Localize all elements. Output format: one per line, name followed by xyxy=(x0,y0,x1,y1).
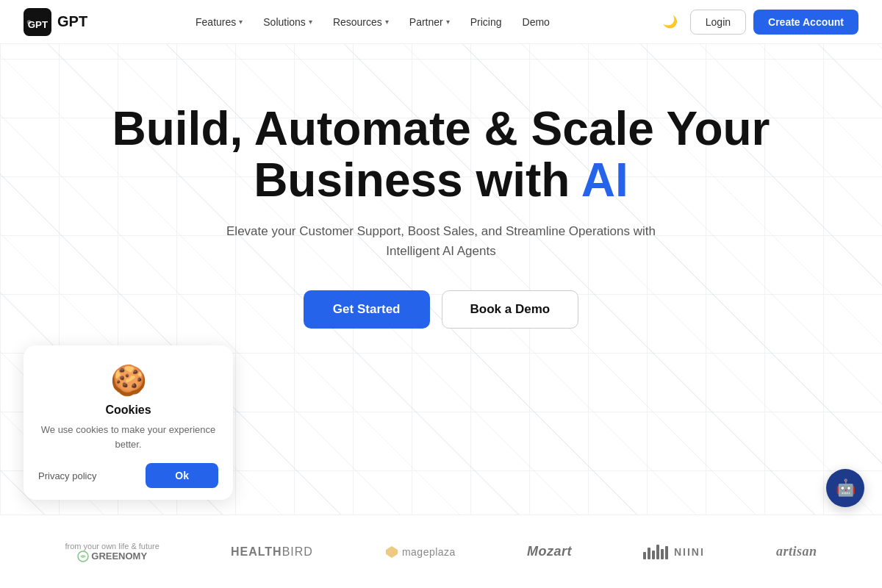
greenomy-icon xyxy=(77,551,89,562)
mageplaza-icon xyxy=(384,545,399,559)
nav-item-pricing[interactable]: Pricing xyxy=(462,10,511,34)
nav-link-resources[interactable]: Resources ▾ xyxy=(324,10,398,34)
greenomy-brand: GREENOMY xyxy=(77,551,147,562)
login-button[interactable]: Login xyxy=(690,10,746,35)
cookie-footer: Privacy policy Ok xyxy=(38,463,218,488)
logo-niini: NIINI xyxy=(643,545,705,559)
nav-item-solutions[interactable]: Solutions ▾ xyxy=(254,10,321,34)
cookie-title: Cookies xyxy=(38,404,218,417)
hero-title-ai: AI xyxy=(581,154,628,207)
hero-title-line2: Business with xyxy=(254,154,570,207)
greenomy-sub: from your own life & future xyxy=(65,542,159,551)
cookie-ok-button[interactable]: Ok xyxy=(146,463,218,488)
nav-actions: 🌙 Login Create Account xyxy=(658,10,858,35)
theme-toggle-button[interactable]: 🌙 xyxy=(658,10,683,35)
logo-greenomy: from your own life & future GREENOMY xyxy=(65,542,159,562)
nav-item-resources[interactable]: Resources ▾ xyxy=(324,10,398,34)
nav-link-features[interactable]: Features ▾ xyxy=(187,10,251,34)
get-started-button[interactable]: Get Started xyxy=(304,290,430,329)
brand-name: GPT xyxy=(57,13,87,30)
logo-mageplaza: mageplaza xyxy=(384,545,456,559)
nav-links: Features ▾ Solutions ▾ Resources ▾ Partn… xyxy=(187,10,559,34)
nav-item-partner[interactable]: Partner ▾ xyxy=(401,10,459,34)
chevron-down-icon: ▾ xyxy=(239,18,243,26)
hero-title-line1: Build, Automate & Scale Your xyxy=(112,102,770,155)
logos-bar: from your own life & future GREENOMY HEA… xyxy=(0,514,882,588)
svg-text:GPT: GPT xyxy=(28,18,48,29)
chevron-down-icon: ▾ xyxy=(309,18,312,26)
cookie-text: We use cookies to make your experience b… xyxy=(38,423,218,451)
brand-logo[interactable]: GPT GPT xyxy=(24,8,87,36)
logo-icon: GPT xyxy=(24,8,51,36)
hero-cta-group: Get Started Book a Demo xyxy=(304,290,578,329)
nav-item-features[interactable]: Features ▾ xyxy=(187,10,251,34)
create-account-button[interactable]: Create Account xyxy=(753,10,858,35)
cookie-banner: 🍪 Cookies We use cookies to make your ex… xyxy=(24,345,233,500)
chevron-down-icon: ▾ xyxy=(446,18,450,26)
nav-item-demo[interactable]: Demo xyxy=(514,10,559,34)
chat-widget-button[interactable]: 🤖 xyxy=(826,469,864,507)
hero-section: Build, Automate & Scale Your Business wi… xyxy=(0,44,882,358)
nav-link-demo[interactable]: Demo xyxy=(514,10,559,34)
moon-icon: 🌙 xyxy=(663,15,678,29)
cookie-icon: 🍪 xyxy=(38,363,218,398)
logo-healthbird: HEALTHBIRD xyxy=(231,545,313,559)
logo-mozart: Mozart xyxy=(527,544,572,559)
hero-subtitle: Elevate your Customer Support, Boost Sal… xyxy=(220,221,662,261)
privacy-policy-link[interactable]: Privacy policy xyxy=(38,470,96,481)
nav-link-solutions[interactable]: Solutions ▾ xyxy=(254,10,321,34)
niini-bars-icon xyxy=(643,545,668,559)
robot-icon: 🤖 xyxy=(836,478,856,498)
nav-link-partner[interactable]: Partner ▾ xyxy=(401,10,459,34)
navbar: GPT GPT Features ▾ Solutions ▾ Resources… xyxy=(0,0,882,44)
svg-point-2 xyxy=(27,20,32,24)
logo-artisan: artisan xyxy=(776,544,817,559)
chevron-down-icon: ▾ xyxy=(385,18,389,26)
book-demo-button[interactable]: Book a Demo xyxy=(442,290,579,329)
hero-title: Build, Automate & Scale Your Business wi… xyxy=(112,103,770,207)
nav-link-pricing[interactable]: Pricing xyxy=(462,10,511,34)
